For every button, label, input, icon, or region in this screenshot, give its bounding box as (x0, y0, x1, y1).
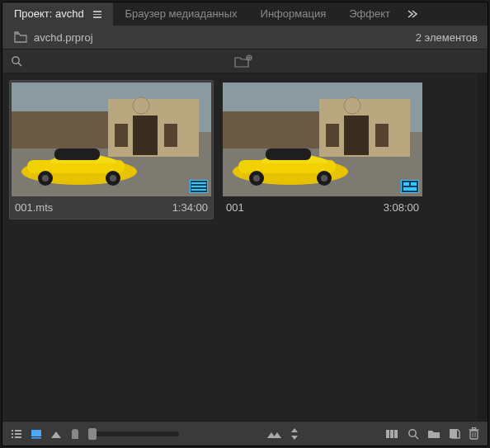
project-filename: avchd.prproj (34, 31, 93, 44)
svg-rect-30 (375, 124, 389, 147)
svg-rect-11 (164, 124, 177, 147)
svg-rect-7 (12, 111, 108, 149)
svg-rect-40 (403, 182, 409, 186)
svg-rect-42 (403, 187, 417, 191)
project-panel: Проект: avchd Браузер медиаданных Информ… (2, 2, 488, 446)
svg-rect-49 (31, 430, 41, 436)
clip-duration: 1:34:00 (172, 201, 208, 214)
svg-point-12 (133, 97, 149, 114)
zoom-slider[interactable] (88, 431, 179, 436)
tab-info[interactable]: Информация (249, 2, 338, 26)
clip-name: 001 (226, 201, 244, 214)
clip-thumbnail[interactable] (223, 83, 422, 196)
automate-to-sequence-icon[interactable] (386, 429, 399, 439)
tab-label: Проект: avchd (14, 7, 84, 20)
svg-rect-56 (450, 429, 457, 438)
panel-footer (2, 421, 488, 446)
svg-rect-10 (115, 124, 128, 147)
svg-rect-26 (223, 111, 319, 149)
sort-icon[interactable] (266, 429, 281, 439)
svg-rect-53 (394, 430, 398, 438)
clip-item[interactable]: 001 3:08:00 (220, 80, 425, 219)
folder-icon (14, 31, 27, 43)
new-item-icon[interactable] (449, 428, 460, 440)
new-bin-icon[interactable] (234, 54, 252, 68)
svg-rect-9 (133, 116, 158, 155)
svg-rect-52 (390, 430, 393, 438)
svg-rect-39 (402, 181, 419, 193)
svg-point-18 (42, 175, 49, 182)
freeform-view-icon[interactable] (50, 429, 62, 439)
clip-name: 001.mts (15, 201, 53, 214)
item-count: 2 элементов (416, 31, 478, 44)
svg-rect-23 (191, 189, 206, 191)
panel-menu-icon[interactable] (93, 11, 101, 18)
svg-point-38 (321, 175, 327, 182)
zoom-handle[interactable] (88, 428, 97, 440)
tab-project[interactable]: Проект: avchd (2, 2, 113, 26)
svg-rect-47 (12, 436, 13, 438)
svg-rect-15 (54, 149, 100, 160)
svg-line-1 (18, 63, 21, 66)
tab-media-browser[interactable]: Браузер медиаданных (113, 2, 248, 26)
svg-rect-44 (15, 430, 21, 431)
clip-grid[interactable]: 001.mts 1:34:00 (2, 73, 478, 421)
clip-duration: 3:08:00 (384, 201, 419, 214)
svg-rect-59 (473, 428, 476, 430)
svg-rect-34 (266, 149, 311, 160)
list-view-icon[interactable] (11, 428, 22, 440)
svg-rect-41 (411, 182, 417, 186)
icon-view-icon[interactable] (31, 428, 42, 440)
clip-meta: 001 3:08:00 (223, 196, 422, 214)
clip-type-video-icon (190, 180, 208, 193)
svg-point-0 (12, 57, 19, 64)
new-bin-footer-icon[interactable] (427, 428, 441, 439)
svg-rect-28 (344, 116, 369, 155)
search-row (2, 49, 488, 73)
svg-rect-50 (31, 437, 41, 439)
trash-icon[interactable] (469, 427, 479, 440)
content-area: 001.mts 1:34:00 (2, 73, 488, 421)
find-icon[interactable] (408, 428, 419, 440)
search-input[interactable] (27, 53, 224, 69)
tab-effects[interactable]: Эффект (337, 2, 402, 26)
search-icon (11, 55, 22, 67)
project-info-row: avchd.prproj 2 элементов (2, 26, 488, 49)
clip-type-sequence-icon (401, 180, 419, 193)
svg-point-54 (409, 429, 416, 436)
vertical-scrollbar[interactable] (478, 73, 488, 421)
svg-rect-45 (12, 433, 13, 435)
tabs-overflow-button[interactable] (402, 2, 423, 26)
panel-tabs: Проект: avchd Браузер медиаданных Информ… (2, 2, 488, 26)
svg-rect-22 (191, 186, 206, 187)
svg-rect-57 (470, 431, 478, 439)
clip-meta: 001.mts 1:34:00 (12, 196, 211, 214)
svg-rect-48 (15, 436, 21, 438)
svg-rect-51 (386, 430, 389, 438)
auto-match-icon[interactable] (290, 427, 299, 441)
svg-line-55 (415, 436, 418, 439)
svg-point-31 (344, 97, 360, 114)
svg-point-19 (110, 175, 116, 182)
svg-rect-46 (15, 433, 21, 435)
svg-rect-21 (191, 182, 206, 184)
zoom-min-icon (70, 428, 80, 440)
svg-point-37 (253, 175, 260, 182)
clip-thumbnail[interactable] (12, 83, 211, 196)
svg-rect-29 (326, 124, 339, 147)
svg-rect-43 (12, 430, 13, 431)
clip-item[interactable]: 001.mts 1:34:00 (9, 80, 214, 219)
